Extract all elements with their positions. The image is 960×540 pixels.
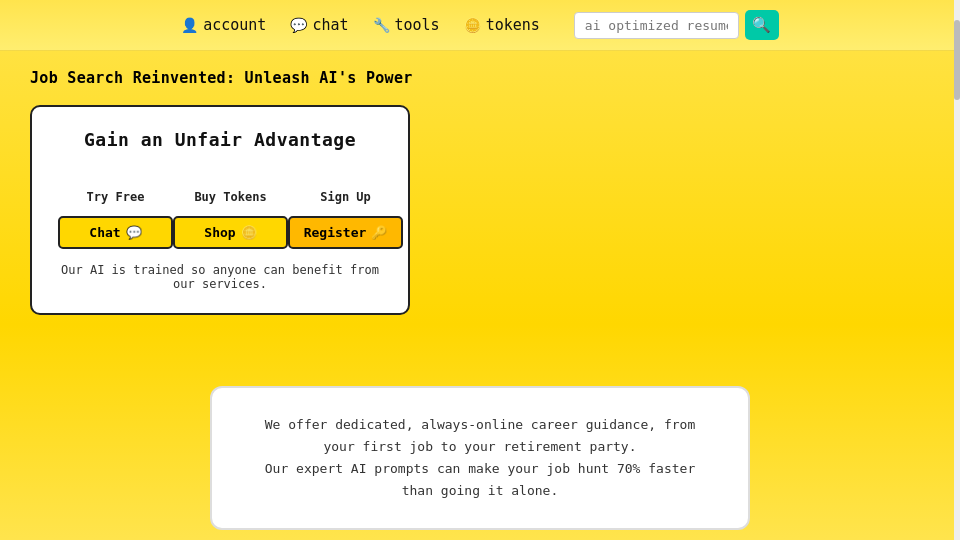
register-btn-icon: 🔑 bbox=[371, 225, 387, 240]
page-title: Job Search Reinvented: Unleash AI's Powe… bbox=[30, 69, 930, 87]
buy-tokens-column: Buy Tokens Shop 🪙 bbox=[173, 190, 288, 249]
main-card: Gain an Unfair Advantage Try Free Chat 💬… bbox=[30, 105, 410, 315]
card-columns: Try Free Chat 💬 Buy Tokens Shop 🪙 Sign U… bbox=[58, 190, 382, 249]
chat-btn-label: Chat bbox=[89, 225, 120, 240]
search-button[interactable]: 🔍 bbox=[745, 10, 779, 40]
shop-btn-icon: 🪙 bbox=[241, 225, 257, 240]
scrollbar-thumb[interactable] bbox=[954, 20, 960, 100]
chat-icon: 💬 bbox=[290, 17, 307, 33]
tools-label: tools bbox=[395, 16, 440, 34]
shop-btn-label: Shop bbox=[204, 225, 235, 240]
navbar: 👤 account 💬 chat 🔧 tools 🪙 tokens 🔍 bbox=[0, 0, 960, 51]
search-wrapper: 🔍 bbox=[574, 10, 779, 40]
bottom-line1: We offer dedicated, always-online career… bbox=[248, 414, 712, 458]
sign-up-label: Sign Up bbox=[320, 190, 371, 204]
bottom-line2: Our expert AI prompts can make your job … bbox=[248, 458, 712, 502]
tools-icon: 🔧 bbox=[373, 17, 390, 33]
chat-button[interactable]: Chat 💬 bbox=[58, 216, 173, 249]
card-footer-text: Our AI is trained so anyone can benefit … bbox=[58, 263, 382, 291]
scrollbar[interactable] bbox=[954, 0, 960, 540]
tokens-label: tokens bbox=[486, 16, 540, 34]
account-icon: 👤 bbox=[181, 17, 198, 33]
try-free-column: Try Free Chat 💬 bbox=[58, 190, 173, 249]
search-input[interactable] bbox=[574, 12, 739, 39]
bottom-card: We offer dedicated, always-online career… bbox=[210, 386, 750, 530]
search-icon: 🔍 bbox=[752, 16, 771, 34]
nav-tools[interactable]: 🔧 tools bbox=[373, 16, 440, 34]
shop-button[interactable]: Shop 🪙 bbox=[173, 216, 288, 249]
chat-label: chat bbox=[312, 16, 348, 34]
nav-tokens[interactable]: 🪙 tokens bbox=[464, 16, 540, 34]
nav-chat[interactable]: 💬 chat bbox=[290, 16, 348, 34]
main-content: Job Search Reinvented: Unleash AI's Powe… bbox=[0, 51, 960, 333]
try-free-label: Try Free bbox=[87, 190, 145, 204]
buy-tokens-label: Buy Tokens bbox=[194, 190, 266, 204]
account-label: account bbox=[203, 16, 266, 34]
sign-up-column: Sign Up Register 🔑 bbox=[288, 190, 403, 249]
card-heading: Gain an Unfair Advantage bbox=[58, 129, 382, 150]
tokens-icon: 🪙 bbox=[464, 17, 481, 33]
register-btn-label: Register bbox=[304, 225, 367, 240]
chat-btn-icon: 💬 bbox=[126, 225, 142, 240]
register-button[interactable]: Register 🔑 bbox=[288, 216, 403, 249]
nav-account[interactable]: 👤 account bbox=[181, 16, 266, 34]
